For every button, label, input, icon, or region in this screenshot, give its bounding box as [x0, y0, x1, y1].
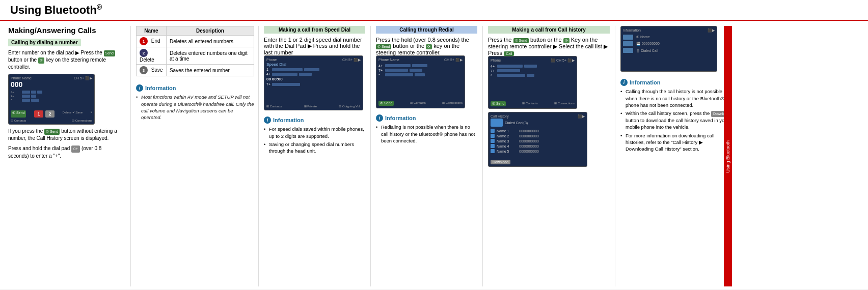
delete-label: Delete ✔ Save: [63, 110, 83, 118]
remote-key-inline: ⟳: [38, 57, 44, 64]
redial-bar-a2: [412, 64, 427, 67]
callhist-download-row: Download: [491, 158, 585, 164]
phone-screenshot-redial: Phone Name CH 5+ ⬛▶ 4+ 7+ *: [376, 55, 465, 108]
phone-signal-1: CH 5+ ⬛▶: [74, 76, 92, 80]
callhist-dot-1: [491, 134, 495, 138]
speed-info-0: For speed dials saved within mobile phon…: [264, 126, 365, 139]
redial-bar-b2: [410, 69, 422, 72]
phone-rows-1: 4+ 7+: [11, 91, 92, 102]
callhist-num-2: 0000000000: [519, 139, 539, 143]
col1-title: Making/Answering Calls: [8, 26, 120, 35]
redial-connections: ⊞ Connections: [442, 101, 463, 106]
speed-signal: CH 5+ ⬛▶: [342, 58, 361, 62]
info-title-1: i Information: [136, 84, 254, 92]
phone-row-b: 7+: [11, 95, 92, 98]
numbered-btns: 1 2: [34, 110, 55, 118]
remote-key-callhist: ⟳: [563, 38, 569, 43]
speed-outgoing: ⊞ Outgoing Vol.: [339, 104, 361, 108]
speed-row-1: 1: [266, 68, 361, 71]
send-btn-redial-phone: ✆ Send: [378, 101, 394, 106]
page-title: Using Bluetooth®: [10, 3, 102, 17]
speed-bar-2: [272, 73, 297, 76]
info-list-1: Most functions within AV mode and SETUP …: [136, 94, 254, 121]
speed-topbar: Phone CH 5+ ⬛▶: [266, 58, 361, 62]
callhist-signal1: ⬛ CH 5+ ⬛▶: [551, 59, 575, 63]
last-info-row-a: ✆ Name: [623, 35, 715, 40]
info-list-last: Calling through the call history is not …: [620, 88, 732, 152]
callhist-row-3: Name 4 0000000000: [491, 144, 585, 148]
num-btn-2: 2: [45, 110, 55, 118]
callhist-dot-0: [491, 129, 495, 133]
callhist-phone-label: Phone: [491, 59, 501, 63]
dot-b1: [22, 95, 30, 98]
redial-bar-b1: [385, 69, 408, 72]
col-speed-dial: Making a call from Speed Dial Enter the …: [258, 26, 370, 286]
send-btn-redial: ✆ Send: [376, 44, 391, 49]
callhist-num-4: 0000000000: [519, 150, 539, 153]
phone-row-a: 4+: [11, 91, 92, 94]
callhist-name-0: Name 1: [497, 129, 517, 133]
dial-zero-btn: 0+: [71, 146, 80, 152]
info-title-redial: i Information: [376, 114, 477, 122]
callhist-num-0: 0000000000: [519, 129, 539, 133]
dot-sm2: [37, 91, 42, 94]
info-box-speed: i Information For speed dials saved with…: [264, 113, 365, 159]
phone-number-1: 000: [11, 80, 92, 89]
info-box-last: i Information Calling through the call h…: [620, 76, 732, 157]
info-item-1-0: Most functions within AV mode and SETUP …: [136, 94, 254, 121]
callhist-phone-rows1: 4+ 7+ *: [491, 65, 575, 77]
ch1-connections: ⊞ Connections: [554, 101, 575, 106]
dot-c1: [22, 99, 30, 102]
phone-topbar-1: Phone Name CH 5+ ⬛▶: [11, 76, 92, 80]
ch1-contacts: ⊞ Contacts: [522, 101, 537, 106]
name-desc-table: Name Description 1 End Deletes all enter…: [136, 26, 254, 76]
speed-bar-2b: [299, 73, 312, 76]
info-icon-redial: i: [376, 114, 383, 122]
callhist-ph-row-c: *: [491, 74, 575, 77]
main-content: Making/Answering Calls Calling by dialin…: [0, 21, 868, 289]
phone-screenshot-last: Information ⬛▶ ✆ Name 💾 000000000 🗑 Dial: [620, 26, 717, 72]
last-topbar: Information ⬛▶: [623, 28, 715, 33]
redial-row-b: 7+: [378, 69, 463, 72]
num-btn-3-label: 3: [91, 110, 92, 118]
col-last: Information ⬛▶ ✆ Name 💾 000000000 🗑 Dial: [615, 26, 732, 286]
callhist-name-2: Name 3: [497, 139, 517, 143]
speed-row-3: 7+: [266, 82, 361, 86]
info-icon-last: i: [620, 79, 628, 86]
remote-key-redial: ⟳: [426, 44, 432, 49]
download-btn[interactable]: Download: [491, 160, 510, 164]
table-row-delete: 2 Delete Deletes entered numbers one dig…: [137, 47, 254, 65]
redial-topbar: Phone Name CH 5+ ⬛▶: [378, 58, 463, 62]
callhist-num-1: 0000000000: [519, 134, 539, 138]
dot: [22, 91, 30, 94]
callhist-dialed-label: Dialed Cont(3): [505, 121, 528, 125]
callhist-name-4: Name 5: [497, 150, 517, 153]
redial-signal: CH 5+ ⬛▶: [444, 58, 463, 62]
callhist-dot-4: [491, 149, 495, 153]
info-list-redial: Redialing is not possible when there is …: [376, 124, 477, 144]
speed-timer: 00 00:00: [266, 77, 283, 81]
speed-dial-text: Enter the 1 or 2 digit speed dial number…: [264, 37, 365, 55]
redial-info-0: Redialing is not possible when there is …: [376, 124, 477, 144]
last-info-rows: ✆ Name 💾 000000000 🗑 Dialed Call: [623, 35, 715, 53]
phone-screenshot-callhist2: Call History ⬛▶ Dialed Cont(3) Name 1 00…: [488, 112, 587, 167]
callhist-topbar1: Phone ⬛ CH 5+ ⬛▶: [491, 59, 575, 63]
speed-contacts: ⊞ Contacts: [266, 104, 282, 108]
last-info-0: Calling through the call history is not …: [620, 88, 732, 108]
calling-label: Calling by dialing a number: [8, 39, 81, 46]
phone-action-row: ✆ Send 1 2 Delete ✔ Save 3: [11, 108, 92, 118]
redial-row-a: 4+: [378, 64, 463, 68]
redial-phone-label: Phone Name: [378, 58, 399, 62]
page-wrapper: Using Bluetooth® Making/Answering Calls …: [0, 0, 868, 290]
td-delete-desc: Deletes entered numbers one digit at a t…: [166, 47, 254, 65]
redial-footer: ✆ Send ⊞ Contacts ⊞ Connections: [378, 101, 463, 106]
speed-rows: 1 4+ 00 00:00 7+: [266, 68, 361, 86]
callhist-signal2: ⬛▶: [578, 114, 585, 119]
callhist-bar: Making a call from Call history: [488, 26, 610, 34]
callhist-ph-row-b: 7+: [491, 69, 575, 73]
info-box-redial: i Information Redialing is not possible …: [376, 111, 477, 149]
phone-row-c: *: [11, 99, 92, 102]
redial-row-c: *: [378, 73, 463, 77]
info-icon-speed: i: [264, 117, 271, 124]
callhist-icon: [491, 119, 503, 127]
